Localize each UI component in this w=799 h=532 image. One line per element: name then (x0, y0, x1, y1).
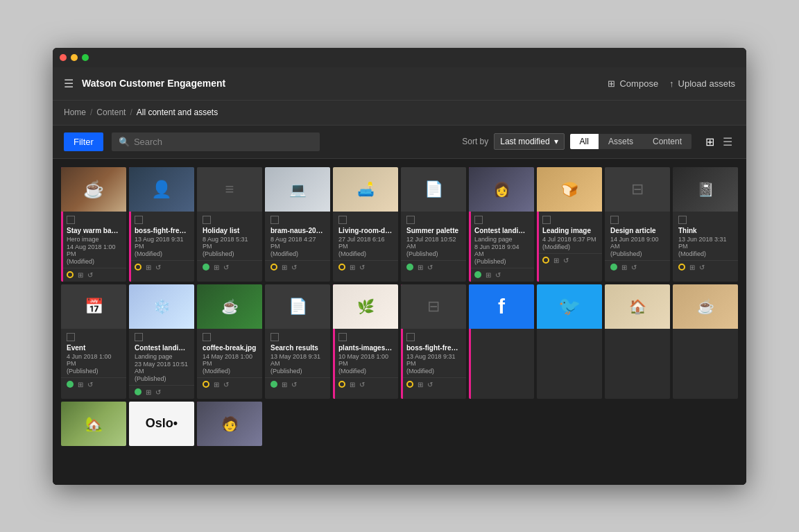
analytics-icon[interactable]: ⊞ (350, 264, 355, 271)
maximize-dot[interactable] (82, 54, 89, 61)
card-info: Holiday list 8 Aug 2018 5:31 PM (Publish… (197, 212, 262, 260)
refresh-icon[interactable]: ↺ (631, 264, 637, 271)
filter-tab-assets[interactable]: Assets (599, 134, 643, 149)
card-status: (Modified) (203, 368, 257, 375)
analytics-icon[interactable]: ⊞ (282, 381, 287, 388)
card-1[interactable]: ☕ Stay warm banner Hero image 14 Aug 201… (61, 167, 126, 282)
card-12[interactable]: ❄️ Contest landing p... Landing page 23 … (129, 284, 194, 399)
analytics-icon[interactable]: ⊞ (146, 388, 151, 396)
card-thumbnail: ≡ (197, 167, 262, 212)
card-9[interactable]: ⊟ Design article 14 Jun 2018 9:00 AM (Pu… (605, 167, 670, 282)
card-checkbox[interactable] (406, 333, 415, 341)
status-indicator (67, 271, 74, 278)
refresh-icon[interactable]: ↺ (223, 381, 229, 388)
card-checkbox[interactable] (67, 333, 75, 341)
analytics-icon[interactable]: ⊞ (689, 264, 695, 271)
content-area: ☕ Stay warm banner Hero image 14 Aug 201… (53, 159, 746, 485)
status-indicator (270, 264, 277, 271)
card-checkbox[interactable] (406, 216, 415, 224)
card-22[interactable]: Oslo• (129, 402, 194, 446)
search-input[interactable] (134, 137, 313, 147)
card-23[interactable]: 🧑 (197, 402, 262, 446)
refresh-icon[interactable]: ↺ (155, 388, 161, 396)
analytics-icon[interactable]: ⊞ (621, 264, 627, 271)
analytics-icon[interactable]: ⊞ (553, 257, 559, 264)
filter-button[interactable]: Filter (64, 132, 103, 151)
card-7[interactable]: 👩 Contest landing p... Landing page 8 Ju… (469, 167, 534, 282)
card-title: Design article (610, 227, 664, 234)
refresh-icon[interactable]: ↺ (291, 264, 297, 271)
card-checkbox[interactable] (203, 216, 211, 224)
refresh-icon[interactable]: ↺ (87, 381, 93, 388)
card-checkbox[interactable] (135, 333, 143, 341)
card-18[interactable]: 🐦 (537, 284, 602, 399)
card-19[interactable]: 🏠 (605, 284, 670, 399)
analytics-icon[interactable]: ⊞ (282, 264, 287, 271)
card-10[interactable]: 📓 Think 13 Jun 2018 3:31 PM (Modified) ⊞… (673, 167, 738, 282)
card-11[interactable]: 📅 Event 4 Jun 2018 1:00 PM (Published) ⊞… (61, 284, 126, 399)
close-dot[interactable] (60, 54, 67, 61)
card-16[interactable]: ⊟ boss-fight-free-q... 13 Aug 2018 9:31 … (401, 284, 466, 399)
card-checkbox[interactable] (338, 333, 347, 341)
grid-view-button[interactable]: ⊞ (703, 134, 717, 150)
analytics-icon[interactable]: ⊞ (214, 264, 219, 271)
card-checkbox[interactable] (270, 333, 279, 341)
card-info: Stay warm banner Hero image 14 Aug 2018 … (61, 212, 126, 268)
card-checkbox[interactable] (135, 216, 143, 224)
hamburger-icon[interactable]: ☰ (64, 77, 74, 90)
card-5[interactable]: 🛋️ Living-room-deco... 27 Jul 2018 6:16 … (333, 167, 398, 282)
card-info: coffee-break.jpg 14 May 2018 1:00 PM (Mo… (197, 329, 262, 377)
refresh-icon[interactable]: ↺ (427, 381, 433, 388)
upload-assets-button[interactable]: ↑ Upload assets (669, 78, 735, 89)
card-2[interactable]: 👤 boss-fight-free-q... 13 Aug 2018 9:31 … (129, 167, 194, 282)
card-thumbnail: Oslo• (129, 402, 194, 446)
card-6[interactable]: 📄 Summer palette 12 Jul 2018 10:52 AM (P… (401, 167, 466, 282)
refresh-icon[interactable]: ↺ (223, 264, 229, 271)
analytics-icon[interactable]: ⊞ (350, 381, 355, 388)
refresh-icon[interactable]: ↺ (427, 264, 433, 271)
filter-tab-content[interactable]: Content (643, 134, 691, 149)
card-14[interactable]: 📄 Search results 13 May 2018 9:31 AM (Pu… (265, 284, 330, 399)
sort-select[interactable]: Last modified ▾ (494, 133, 564, 150)
refresh-icon[interactable]: ↺ (359, 264, 365, 271)
card-checkbox[interactable] (203, 333, 211, 341)
analytics-icon[interactable]: ⊞ (418, 381, 423, 388)
refresh-icon[interactable]: ↺ (87, 271, 93, 279)
minimize-dot[interactable] (71, 54, 78, 61)
refresh-icon[interactable]: ↺ (699, 264, 705, 271)
card-13[interactable]: ☕ coffee-break.jpg 14 May 2018 1:00 PM (… (197, 284, 262, 399)
card-15[interactable]: 🌿 plants-images-w... 10 May 2018 1:00 PM… (333, 284, 398, 399)
card-checkbox[interactable] (610, 216, 619, 224)
filter-tab-all[interactable]: All (570, 134, 599, 149)
analytics-icon[interactable]: ⊞ (78, 271, 83, 279)
card-checkbox[interactable] (67, 216, 75, 224)
card-checkbox[interactable] (474, 216, 483, 224)
card-20[interactable]: ☕ (673, 284, 738, 399)
refresh-icon[interactable]: ↺ (563, 257, 569, 264)
card-4[interactable]: 💻 bram-naus-2009... 8 Aug 2018 4:27 PM (… (265, 167, 330, 282)
breadcrumb-content[interactable]: Content (96, 108, 126, 117)
refresh-icon[interactable]: ↺ (495, 271, 501, 279)
card-3[interactable]: ≡ Holiday list 8 Aug 2018 5:31 PM (Publi… (197, 167, 262, 282)
analytics-icon[interactable]: ⊞ (214, 381, 219, 388)
breadcrumb-home[interactable]: Home (64, 108, 86, 117)
analytics-icon[interactable]: ⊞ (78, 381, 83, 388)
card-checkbox[interactable] (270, 216, 279, 224)
card-checkbox[interactable] (542, 216, 551, 224)
list-view-button[interactable]: ☰ (720, 134, 735, 150)
card-21[interactable]: 🏡 (61, 402, 126, 446)
analytics-icon[interactable]: ⊞ (486, 271, 491, 279)
card-checkbox[interactable] (338, 216, 347, 224)
refresh-icon[interactable]: ↺ (291, 381, 297, 388)
card-17[interactable]: f (469, 284, 534, 399)
refresh-icon[interactable]: ↺ (155, 264, 161, 271)
card-info: boss-fight-free-q... 13 Aug 2018 9:31 PM… (401, 329, 466, 377)
card-8[interactable]: 🍞 Leading image 4 Jul 2018 6:37 PM (Modi… (537, 167, 602, 282)
refresh-icon[interactable]: ↺ (359, 381, 365, 388)
analytics-icon[interactable]: ⊞ (418, 264, 423, 271)
card-status: (Modified) (406, 368, 461, 375)
compose-button[interactable]: ⊞ Compose (608, 78, 658, 89)
card-checkbox[interactable] (678, 216, 687, 224)
analytics-icon[interactable]: ⊞ (146, 264, 151, 271)
card-status: (Modified) (67, 258, 121, 265)
